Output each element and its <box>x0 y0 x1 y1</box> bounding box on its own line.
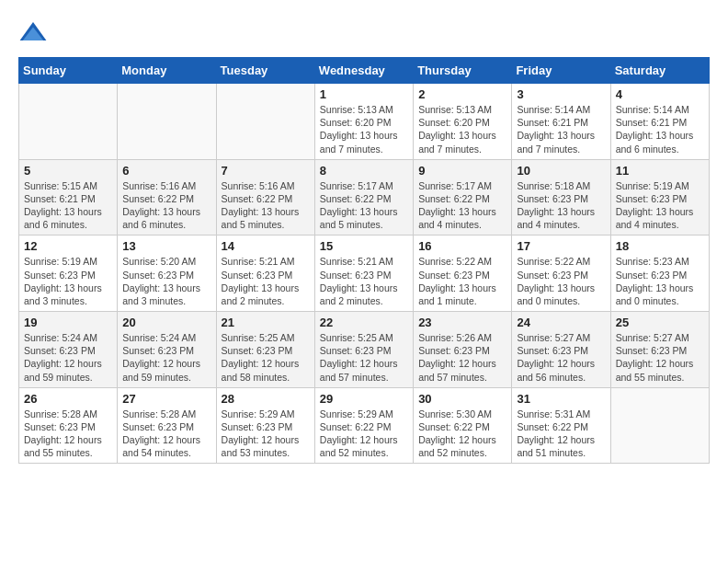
day-number: 7 <box>222 164 310 178</box>
day-cell: 6Sunrise: 5:16 AM Sunset: 6:22 PM Daylig… <box>118 159 216 236</box>
header-monday: Monday <box>118 58 216 84</box>
day-cell: 8Sunrise: 5:17 AM Sunset: 6:22 PM Daylig… <box>314 159 413 236</box>
day-cell: 28Sunrise: 5:29 AM Sunset: 6:23 PM Dayli… <box>216 387 314 464</box>
header-friday: Friday <box>512 58 610 84</box>
day-number: 14 <box>222 239 310 253</box>
day-cell: 31Sunrise: 5:31 AM Sunset: 6:22 PM Dayli… <box>512 387 610 464</box>
day-cell: 17Sunrise: 5:22 AM Sunset: 6:23 PM Dayli… <box>512 236 610 312</box>
day-info: Sunrise: 5:13 AM Sunset: 6:20 PM Dayligh… <box>320 103 408 155</box>
header-thursday: Thursday <box>414 58 512 84</box>
day-info: Sunrise: 5:29 AM Sunset: 6:22 PM Dayligh… <box>320 408 408 460</box>
day-info: Sunrise: 5:27 AM Sunset: 6:23 PM Dayligh… <box>616 331 704 384</box>
day-number: 22 <box>320 316 408 329</box>
day-number: 25 <box>616 316 704 329</box>
day-cell: 4Sunrise: 5:14 AM Sunset: 6:21 PM Daylig… <box>610 84 709 160</box>
day-number: 17 <box>517 239 605 253</box>
day-cell: 20Sunrise: 5:24 AM Sunset: 6:23 PM Dayli… <box>118 312 216 388</box>
day-cell: 11Sunrise: 5:19 AM Sunset: 6:23 PM Dayli… <box>610 159 709 236</box>
day-number: 6 <box>122 164 210 178</box>
day-cell: 26Sunrise: 5:28 AM Sunset: 6:23 PM Dayli… <box>19 387 118 464</box>
day-cell: 27Sunrise: 5:28 AM Sunset: 6:23 PM Dayli… <box>118 387 216 464</box>
day-cell: 30Sunrise: 5:30 AM Sunset: 6:22 PM Dayli… <box>414 387 512 464</box>
day-cell: 24Sunrise: 5:27 AM Sunset: 6:23 PM Dayli… <box>512 312 610 388</box>
week-row-3: 19Sunrise: 5:24 AM Sunset: 6:23 PM Dayli… <box>19 312 710 388</box>
day-info: Sunrise: 5:13 AM Sunset: 6:20 PM Dayligh… <box>418 103 506 155</box>
day-number: 24 <box>517 316 605 329</box>
day-number: 20 <box>122 316 210 329</box>
day-info: Sunrise: 5:14 AM Sunset: 6:21 PM Dayligh… <box>517 103 605 155</box>
day-number: 28 <box>222 392 310 406</box>
header-saturday: Saturday <box>610 58 709 84</box>
header-row: SundayMondayTuesdayWednesdayThursdayFrid… <box>19 58 710 84</box>
day-info: Sunrise: 5:17 AM Sunset: 6:22 PM Dayligh… <box>418 179 506 232</box>
day-info: Sunrise: 5:24 AM Sunset: 6:23 PM Dayligh… <box>122 331 210 384</box>
day-cell: 13Sunrise: 5:20 AM Sunset: 6:23 PM Dayli… <box>118 236 216 312</box>
day-info: Sunrise: 5:19 AM Sunset: 6:23 PM Dayligh… <box>616 179 704 232</box>
day-number: 13 <box>122 239 210 253</box>
day-number: 2 <box>418 87 506 101</box>
day-info: Sunrise: 5:27 AM Sunset: 6:23 PM Dayligh… <box>517 331 605 384</box>
day-cell <box>216 84 314 160</box>
day-cell: 9Sunrise: 5:17 AM Sunset: 6:22 PM Daylig… <box>414 159 512 236</box>
day-number: 23 <box>418 316 506 329</box>
day-info: Sunrise: 5:30 AM Sunset: 6:22 PM Dayligh… <box>418 408 506 460</box>
day-cell: 14Sunrise: 5:21 AM Sunset: 6:23 PM Dayli… <box>216 236 314 312</box>
day-cell: 15Sunrise: 5:21 AM Sunset: 6:23 PM Dayli… <box>314 236 413 312</box>
header-tuesday: Tuesday <box>216 58 314 84</box>
day-info: Sunrise: 5:25 AM Sunset: 6:23 PM Dayligh… <box>320 331 408 384</box>
week-row-4: 26Sunrise: 5:28 AM Sunset: 6:23 PM Dayli… <box>19 387 710 464</box>
day-number: 16 <box>418 239 506 253</box>
day-cell: 29Sunrise: 5:29 AM Sunset: 6:22 PM Dayli… <box>314 387 413 464</box>
day-info: Sunrise: 5:28 AM Sunset: 6:23 PM Dayligh… <box>122 408 210 460</box>
day-info: Sunrise: 5:19 AM Sunset: 6:23 PM Dayligh… <box>24 255 112 307</box>
day-info: Sunrise: 5:22 AM Sunset: 6:23 PM Dayligh… <box>418 255 506 307</box>
day-cell: 5Sunrise: 5:15 AM Sunset: 6:21 PM Daylig… <box>19 159 118 236</box>
header-sunday: Sunday <box>19 58 118 84</box>
day-number: 18 <box>616 239 704 253</box>
day-info: Sunrise: 5:17 AM Sunset: 6:22 PM Dayligh… <box>320 179 408 232</box>
day-number: 12 <box>24 239 112 253</box>
day-number: 4 <box>616 87 704 101</box>
day-number: 26 <box>24 392 112 406</box>
day-cell: 2Sunrise: 5:13 AM Sunset: 6:20 PM Daylig… <box>414 84 512 160</box>
day-cell <box>19 84 118 160</box>
day-cell: 1Sunrise: 5:13 AM Sunset: 6:20 PM Daylig… <box>314 84 413 160</box>
day-info: Sunrise: 5:20 AM Sunset: 6:23 PM Dayligh… <box>122 255 210 307</box>
day-number: 11 <box>616 164 704 178</box>
day-number: 9 <box>418 164 506 178</box>
day-cell <box>610 387 709 464</box>
day-cell: 22Sunrise: 5:25 AM Sunset: 6:23 PM Dayli… <box>314 312 413 388</box>
logo <box>18 18 51 48</box>
day-cell: 3Sunrise: 5:14 AM Sunset: 6:21 PM Daylig… <box>512 84 610 160</box>
day-info: Sunrise: 5:29 AM Sunset: 6:23 PM Dayligh… <box>222 408 310 460</box>
day-info: Sunrise: 5:21 AM Sunset: 6:23 PM Dayligh… <box>320 255 408 307</box>
day-cell: 25Sunrise: 5:27 AM Sunset: 6:23 PM Dayli… <box>610 312 709 388</box>
day-info: Sunrise: 5:21 AM Sunset: 6:23 PM Dayligh… <box>222 255 310 307</box>
day-info: Sunrise: 5:25 AM Sunset: 6:23 PM Dayligh… <box>222 331 310 384</box>
day-number: 29 <box>320 392 408 406</box>
day-info: Sunrise: 5:24 AM Sunset: 6:23 PM Dayligh… <box>24 331 112 384</box>
day-cell: 23Sunrise: 5:26 AM Sunset: 6:23 PM Dayli… <box>414 312 512 388</box>
day-number: 5 <box>24 164 112 178</box>
day-info: Sunrise: 5:16 AM Sunset: 6:22 PM Dayligh… <box>122 179 210 232</box>
week-row-0: 1Sunrise: 5:13 AM Sunset: 6:20 PM Daylig… <box>19 84 710 160</box>
day-cell: 18Sunrise: 5:23 AM Sunset: 6:23 PM Dayli… <box>610 236 709 312</box>
day-info: Sunrise: 5:15 AM Sunset: 6:21 PM Dayligh… <box>24 179 112 232</box>
day-info: Sunrise: 5:31 AM Sunset: 6:22 PM Dayligh… <box>517 408 605 460</box>
day-number: 27 <box>122 392 210 406</box>
day-number: 10 <box>517 164 605 178</box>
day-cell: 7Sunrise: 5:16 AM Sunset: 6:22 PM Daylig… <box>216 159 314 236</box>
day-cell: 19Sunrise: 5:24 AM Sunset: 6:23 PM Dayli… <box>19 312 118 388</box>
day-cell <box>118 84 216 160</box>
day-cell: 10Sunrise: 5:18 AM Sunset: 6:23 PM Dayli… <box>512 159 610 236</box>
day-number: 8 <box>320 164 408 178</box>
week-row-2: 12Sunrise: 5:19 AM Sunset: 6:23 PM Dayli… <box>19 236 710 312</box>
day-info: Sunrise: 5:14 AM Sunset: 6:21 PM Dayligh… <box>616 103 704 155</box>
day-number: 3 <box>517 87 605 101</box>
day-cell: 16Sunrise: 5:22 AM Sunset: 6:23 PM Dayli… <box>414 236 512 312</box>
day-cell: 21Sunrise: 5:25 AM Sunset: 6:23 PM Dayli… <box>216 312 314 388</box>
logo-icon <box>18 18 48 48</box>
day-number: 21 <box>222 316 310 329</box>
week-row-1: 5Sunrise: 5:15 AM Sunset: 6:21 PM Daylig… <box>19 159 710 236</box>
calendar-table: SundayMondayTuesdayWednesdayThursdayFrid… <box>18 57 710 464</box>
